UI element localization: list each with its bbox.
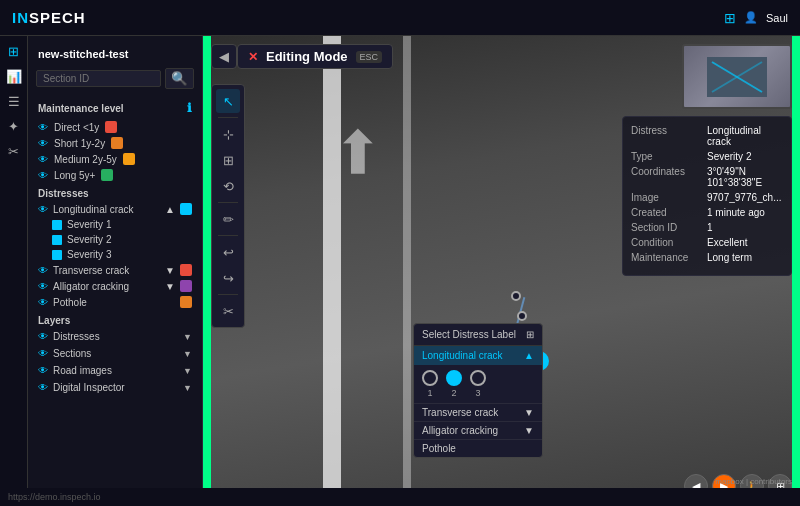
user-area: ⊞ 👤 Saul	[724, 10, 788, 26]
severity-3-checkbox[interactable]	[52, 250, 62, 260]
user-icon: 👤	[744, 11, 758, 24]
popup-pothole-item[interactable]: Pothole	[414, 439, 542, 457]
map-area[interactable]: ⬇ ◀ ✕ Editing Mode ESC ▶ ↖ ⊹ ⊞ ⟲ ✏ ↩ ↪ ✂	[203, 36, 800, 506]
maint-label-medium: Medium 2y-5y	[54, 154, 117, 165]
eye-pothole[interactable]: 👁	[38, 297, 48, 308]
undo-button[interactable]: ↩	[216, 240, 240, 264]
editing-mode-badge: ESC	[356, 51, 383, 63]
layer-digital-inspector[interactable]: 👁 Digital Inspector ▼	[28, 379, 202, 396]
popup-selected-label: Longitudinal crack	[422, 350, 503, 361]
prev-button[interactable]: ◀	[211, 44, 237, 69]
section-id-bar: 🔍	[28, 64, 202, 93]
severity-num-3: 3	[475, 388, 480, 398]
color-direct	[105, 121, 117, 133]
eye-alligator[interactable]: 👁	[38, 281, 48, 292]
distress-transverse[interactable]: 👁 Transverse crack ▼	[28, 262, 202, 278]
eye-layer-distresses[interactable]: 👁	[38, 331, 48, 342]
scale-tool-button[interactable]: ⊞	[216, 148, 240, 172]
info-type-label: Type	[631, 151, 701, 162]
rotate-tool-button[interactable]: ⟲	[216, 174, 240, 198]
chevron-layer-distresses-icon: ▼	[183, 332, 192, 342]
popup-selected-item[interactable]: Longitudinal crack ▲	[414, 346, 542, 365]
edit-tool-button[interactable]: ✏	[216, 207, 240, 231]
eye-transverse[interactable]: 👁	[38, 265, 48, 276]
severity-option-2[interactable]: 2	[446, 370, 462, 398]
icon-rail: ⊞ 📊 ☰ ✦ ✂	[0, 36, 28, 506]
maint-item-medium: 👁 Medium 2y-5y	[28, 151, 202, 167]
layers-title: Layers	[28, 310, 202, 328]
severity-2-label: Severity 2	[67, 234, 111, 245]
severity-circle-3	[470, 370, 486, 386]
rail-layers-icon[interactable]: ☰	[8, 94, 20, 109]
thumbnail-svg	[707, 57, 767, 97]
rail-settings-icon[interactable]: ✦	[8, 119, 19, 134]
distress-alligator[interactable]: 👁 Alligator cracking ▼	[28, 278, 202, 294]
severity-1-checkbox[interactable]	[52, 220, 62, 230]
maint-item-short: 👁 Short 1y-2y	[28, 135, 202, 151]
eye-layer-road[interactable]: 👁	[38, 365, 48, 376]
chevron-layer-sections-icon: ▼	[183, 349, 192, 359]
distress-longitudinal-label: Longitudinal crack	[53, 204, 134, 215]
chevron-down-alligator-icon: ▼	[165, 281, 175, 292]
info-distress-label: Distress	[631, 125, 701, 147]
left-tool-panel: ↖ ⊹ ⊞ ⟲ ✏ ↩ ↪ ✂	[211, 84, 245, 328]
grid-icon[interactable]: ⊞	[724, 10, 736, 26]
popup-grid-icon[interactable]: ⊞	[526, 329, 534, 340]
chevron-layer-inspector-icon: ▼	[183, 383, 192, 393]
popup-alligator-item[interactable]: Alligator cracking ▼	[414, 421, 542, 439]
select-tool-button[interactable]: ↖	[216, 89, 240, 113]
close-editing-button[interactable]: ✕	[248, 50, 258, 64]
severity-2-item[interactable]: Severity 2	[28, 232, 202, 247]
info-row-condition: Condition Excellent	[631, 237, 783, 248]
tool-divider-3	[218, 235, 238, 236]
info-coords-label: Coordinates	[631, 166, 701, 188]
info-maintenance-label: Maintenance	[631, 252, 701, 263]
severity-1-label: Severity 1	[67, 219, 111, 230]
eye-icon-medium[interactable]: 👁	[38, 154, 48, 165]
section-id-input[interactable]	[36, 70, 161, 87]
info-section-value: 1	[707, 222, 713, 233]
section-search-button[interactable]: 🔍	[165, 68, 194, 89]
maint-item-direct: 👁 Direct <1y	[28, 119, 202, 135]
eye-icon-short[interactable]: 👁	[38, 138, 48, 149]
tool-divider-4	[218, 294, 238, 295]
layer-sections[interactable]: 👁 Sections ▼	[28, 345, 202, 362]
severity-3-item[interactable]: Severity 3	[28, 247, 202, 262]
severity-option-1[interactable]: 1	[422, 370, 438, 398]
eye-layer-sections[interactable]: 👁	[38, 348, 48, 359]
popup-transverse-item[interactable]: Transverse crack ▼	[414, 403, 542, 421]
rail-map-icon[interactable]: ⊞	[8, 44, 19, 59]
severity-option-3[interactable]: 3	[470, 370, 486, 398]
eye-icon-direct[interactable]: 👁	[38, 122, 48, 133]
logo-text: INSPECH	[12, 9, 86, 26]
severity-2-checkbox[interactable]	[52, 235, 62, 245]
cut-tool-button[interactable]: ✂	[216, 299, 240, 323]
green-line-right	[792, 36, 800, 506]
chevron-up-popup-icon: ▲	[524, 350, 534, 361]
redo-button[interactable]: ↪	[216, 266, 240, 290]
map-credit: mapbox | contributors	[715, 477, 792, 486]
layer-road-images[interactable]: 👁 Road images ▼	[28, 362, 202, 379]
transform-tool-button[interactable]: ⊹	[216, 122, 240, 146]
severity-num-1: 1	[427, 388, 432, 398]
color-longitudinal	[180, 203, 192, 215]
road-marking-left	[323, 36, 341, 506]
rail-chart-icon[interactable]: 📊	[6, 69, 22, 84]
road-arrow: ⬇	[333, 116, 383, 186]
info-panel: Distress Longitudinal crack Type Severit…	[622, 116, 792, 276]
layer-distresses[interactable]: 👁 Distresses ▼	[28, 328, 202, 345]
severity-circle-1	[422, 370, 438, 386]
distress-pothole[interactable]: 👁 Pothole	[28, 294, 202, 310]
eye-layer-inspector[interactable]: 👁	[38, 382, 48, 393]
eye-icon-long[interactable]: 👁	[38, 170, 48, 181]
rail-tools-icon[interactable]: ✂	[8, 144, 19, 159]
maint-item-long: 👁 Long 5y+	[28, 167, 202, 183]
info-icon[interactable]: ℹ	[187, 101, 192, 115]
layer-distresses-label: Distresses	[53, 331, 100, 342]
tool-divider-2	[218, 202, 238, 203]
popup-alligator-label: Alligator cracking	[422, 425, 498, 436]
distress-longitudinal[interactable]: 👁 Longitudinal crack ▲	[28, 201, 202, 217]
main-layout: ⊞ 📊 ☰ ✦ ✂ new-stitched-test 🔍 Maintenanc…	[0, 36, 800, 506]
eye-longitudinal[interactable]: 👁	[38, 204, 48, 215]
severity-1-item[interactable]: Severity 1	[28, 217, 202, 232]
